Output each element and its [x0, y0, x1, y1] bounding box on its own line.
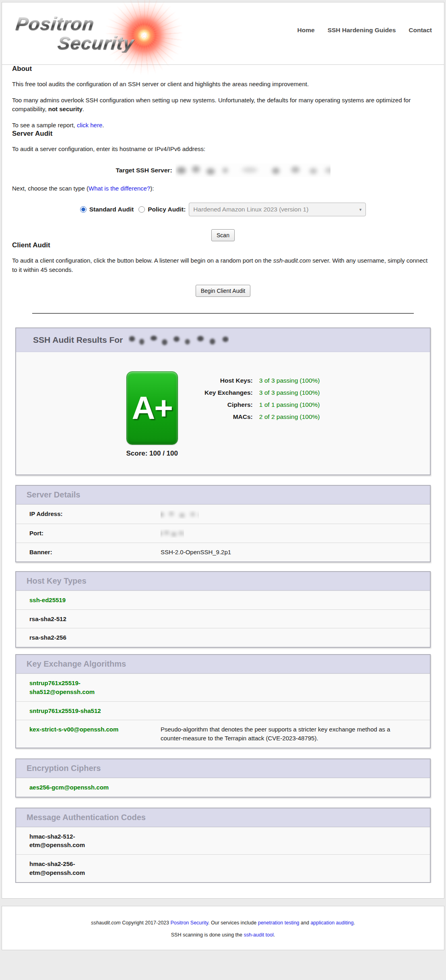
site-header: Positron Security Home SSH Hardening Gui…	[2, 2, 444, 65]
server-details-panel: Server Details IP Address: Port: Banner:…	[15, 485, 431, 562]
nav-ssh-hardening-guides[interactable]: SSH Hardening Guides	[328, 27, 396, 34]
about-paragraph-1: This free tool audits the configuration …	[12, 80, 434, 89]
policy-select[interactable]: Hardened Amazon Linux 2023 (version 1) ▾	[189, 203, 366, 216]
kex-note: Pseudo-algorithm that denotes the peer s…	[161, 725, 423, 743]
stat-value-key-exchanges: 3 of 3 passing (100%)	[259, 389, 320, 396]
redacted-port	[161, 529, 184, 538]
footer-site-name: sshaudit.com	[91, 920, 121, 926]
client-audit-heading: Client Audit	[12, 241, 434, 249]
key-exchange-panel: Key Exchange Algorithms sntrup761x25519-…	[15, 654, 431, 748]
footer-ssh-audit-tool-link[interactable]: ssh-audit tool	[244, 932, 273, 938]
footer-line-2: SSH scanning is done using the ssh-audit…	[10, 932, 436, 938]
about-p2-bold: not security	[48, 106, 83, 112]
mac-name: hmac-sha2-512- etm@openssh.com	[29, 832, 85, 850]
list-item: rsa-sha2-256	[16, 628, 430, 647]
kex-name: sntrup761x25519-sha512	[29, 707, 161, 715]
scan-button[interactable]: Scan	[211, 229, 235, 241]
footer-text: . Our services include	[208, 920, 258, 926]
mac-name: hmac-sha2-256- etm@openssh.com	[29, 860, 85, 877]
stat-label-ciphers: Ciphers:	[204, 401, 253, 408]
footer-text: Copyright 2017-2023	[121, 920, 171, 926]
scan-type-paragraph: Next, choose the scan type (What is the …	[12, 184, 434, 193]
host-key-types-header: Host Key Types	[16, 572, 430, 590]
macs-header: Message Authentication Codes	[16, 808, 430, 827]
redacted-ip	[161, 510, 199, 519]
port-label: Port:	[29, 529, 161, 538]
footer-text: .	[353, 920, 355, 926]
footer-positron-security-link[interactable]: Positron Security	[170, 920, 208, 926]
results-title: SSH Audit Results For	[33, 335, 123, 345]
table-row: IP Address:	[16, 504, 430, 524]
about-heading: About	[12, 65, 434, 73]
footer-line-1: sshaudit.com Copyright 2017-2023 Positro…	[10, 920, 436, 926]
list-item: kex-strict-s-v00@openssh.com Pseudo-algo…	[16, 720, 430, 748]
key-exchange-header: Key Exchange Algorithms	[16, 655, 430, 673]
list-item: sntrup761x25519- sha512@openssh.com	[16, 673, 430, 701]
about-p3-text: To see a sample report,	[12, 122, 77, 128]
about-paragraph-2: Too many admins overlook SSH configurati…	[12, 96, 434, 114]
server-details-header: Server Details	[16, 486, 430, 504]
client-audit-text: To audit a client configuration, click t…	[12, 257, 273, 264]
host-key-name: rsa-sha2-256	[29, 633, 66, 642]
host-key-types-panel: Host Key Types ssh-ed25519 rsa-sha2-512 …	[15, 571, 431, 648]
footer-text: .	[274, 932, 275, 938]
grade-badge: A+	[126, 371, 178, 445]
encryption-ciphers-header: Encryption Ciphers	[16, 759, 430, 778]
macs-panel: Message Authentication Codes hmac-sha2-5…	[15, 808, 431, 883]
results-panel-header: SSH Audit Results For	[16, 328, 430, 352]
banner-value: SSH-2.0-OpenSSH_9.2p1	[161, 548, 423, 557]
policy-audit-label[interactable]: Policy Audit:	[148, 206, 186, 213]
positron-security-logo[interactable]: Positron Security	[16, 15, 134, 52]
cipher-name: aes256-gcm@openssh.com	[29, 783, 109, 792]
standard-audit-label[interactable]: Standard Audit	[89, 206, 134, 213]
main-card: Positron Security Home SSH Hardening Gui…	[2, 2, 444, 899]
footer-penetration-testing-link[interactable]: penetration testing	[258, 920, 299, 926]
server-audit-intro: To audit a server configuration, enter i…	[12, 145, 434, 154]
results-stats: Host Keys: 3 of 3 passing (100%) Key Exc…	[204, 377, 320, 421]
results-panel: SSH Audit Results For A+ Score: 100 / 10…	[15, 327, 431, 475]
nav-home[interactable]: Home	[297, 27, 315, 34]
target-server-input[interactable]	[176, 164, 330, 177]
target-server-row: Target SSH Server:	[12, 164, 434, 177]
score-label: Score: 100 / 100	[126, 450, 178, 458]
nav-contact[interactable]: Contact	[409, 27, 432, 34]
stat-value-ciphers: 1 of 1 passing (100%)	[259, 401, 320, 408]
sample-report-link[interactable]: click here	[77, 122, 102, 128]
policy-select-value: Hardened Amazon Linux 2023 (version 1)	[193, 206, 359, 213]
stat-label-host-keys: Host Keys:	[204, 377, 253, 384]
logo-word-security: Security	[57, 34, 135, 52]
server-audit-heading: Server Audit	[12, 130, 434, 138]
stat-value-macs: 2 of 2 passing (100%)	[259, 413, 320, 421]
stat-value-host-keys: 3 of 3 passing (100%)	[259, 377, 320, 384]
list-item: rsa-sha2-512	[16, 609, 430, 628]
banner-label: Banner:	[29, 548, 161, 557]
stat-label-macs: MACs:	[204, 413, 253, 421]
scan-type-row: Standard Audit Policy Audit: Hardened Am…	[12, 203, 434, 216]
about-p2-period: .	[83, 106, 84, 112]
footer-text: SSH scanning is done using the	[171, 932, 244, 938]
redacted-hostname	[128, 333, 229, 347]
about-paragraph-3: To see a sample report, click here.	[12, 121, 434, 130]
policy-audit-radio[interactable]	[138, 206, 145, 213]
standard-audit-radio[interactable]	[80, 206, 87, 213]
port-value	[161, 529, 423, 538]
stat-label-key-exchanges: Key Exchanges:	[204, 389, 253, 396]
results-body: A+ Score: 100 / 100 Host Keys: 3 of 3 pa…	[16, 352, 430, 474]
client-audit-domain: ssh-audit.com	[273, 257, 311, 264]
main-nav: Home SSH Hardening Guides Contact	[297, 27, 432, 34]
host-key-name: ssh-ed25519	[29, 596, 66, 605]
begin-client-audit-button[interactable]: Begin Client Audit	[196, 285, 251, 297]
list-item: sntrup761x25519-sha512	[16, 701, 430, 720]
scan-type-text: Next, choose the scan type (	[12, 185, 89, 192]
scan-button-row: Scan	[12, 229, 434, 241]
logo-word-positron: Positron	[15, 15, 95, 33]
ip-address-label: IP Address:	[29, 510, 161, 519]
chevron-down-icon: ▾	[359, 207, 362, 212]
kex-name: kex-strict-s-v00@openssh.com	[29, 725, 161, 743]
list-item: ssh-ed25519	[16, 590, 430, 609]
results-divider	[32, 313, 414, 314]
scan-type-difference-link[interactable]: What is the difference?	[89, 185, 150, 192]
grade-letter: A+	[132, 390, 172, 427]
client-audit-button-row: Begin Client Audit	[12, 285, 434, 297]
footer-application-auditing-link[interactable]: application auditing	[310, 920, 353, 926]
